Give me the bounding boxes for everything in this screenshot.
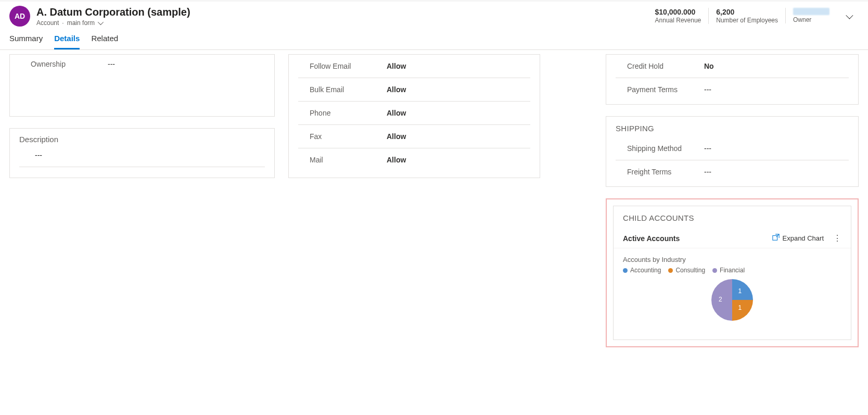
company-info-card: Ownership --- <box>9 54 275 117</box>
stat-value: 6,200 <box>716 8 778 16</box>
billing-card: Credit Hold No Payment Terms --- <box>606 54 859 105</box>
stat-label: Owner <box>793 16 829 23</box>
field-value: Allow <box>387 156 406 164</box>
legend-dot <box>712 268 717 273</box>
field-fax[interactable]: Fax Allow <box>298 125 530 148</box>
field-label: Ownership <box>19 60 108 68</box>
chevron-down-icon <box>98 19 104 25</box>
child-accounts-card: CHILD ACCOUNTS Active Accounts Expand Ch… <box>613 206 851 340</box>
entity-label: Account <box>36 19 59 27</box>
field-label: Shipping Method <box>616 144 704 153</box>
field-label: Credit Hold <box>616 62 704 70</box>
more-menu-button[interactable]: ⋮ <box>833 234 841 243</box>
description-field[interactable]: --- <box>19 147 265 167</box>
field-follow-email[interactable]: Follow Email Allow <box>298 55 530 78</box>
legend-label: Accounting <box>630 267 661 274</box>
pie-slice-label-financial: 2 <box>719 296 722 303</box>
field-value: No <box>704 62 714 70</box>
stat-number-of-employees[interactable]: 6,200 Number of Employees <box>708 8 785 24</box>
field-value: --- <box>108 60 115 68</box>
field-value: --- <box>704 85 711 94</box>
stat-owner[interactable]: Owner <box>785 8 837 23</box>
field-label: Mail <box>298 156 387 164</box>
field-ownership[interactable]: Ownership --- <box>19 55 265 78</box>
form-selector[interactable]: main form <box>67 19 102 27</box>
header-stats: $10,000.000 Annual Revenue 6,200 Number … <box>648 6 837 24</box>
expand-icon <box>772 234 780 243</box>
legend-item-consulting: Consulting <box>668 267 705 274</box>
stat-annual-revenue[interactable]: $10,000.000 Annual Revenue <box>648 8 709 24</box>
header-expand-button[interactable] <box>837 12 859 20</box>
field-label: Freight Terms <box>616 168 704 176</box>
description-title: Description <box>19 135 265 144</box>
description-card: Description --- <box>9 128 275 178</box>
child-accounts-highlight: CHILD ACCOUNTS Active Accounts Expand Ch… <box>606 198 859 347</box>
legend-dot <box>623 268 628 273</box>
legend-label: Financial <box>720 267 745 274</box>
field-value: Allow <box>387 132 406 141</box>
shipping-card: SHIPPING Shipping Method --- Freight Ter… <box>606 116 859 187</box>
shipping-section-title: SHIPPING <box>606 117 858 137</box>
legend-item-accounting: Accounting <box>623 267 661 274</box>
tab-summary[interactable]: Summary <box>9 34 43 49</box>
child-accounts-section-title: CHILD ACCOUNTS <box>614 206 851 227</box>
field-value: Allow <box>387 85 406 94</box>
contact-preferences-card: Follow Email Allow Bulk Email Allow Phon… <box>288 54 540 178</box>
field-value: --- <box>704 168 711 176</box>
owner-value-redacted <box>793 8 829 15</box>
field-value: --- <box>704 144 711 153</box>
field-label: Phone <box>298 109 387 117</box>
field-shipping-method[interactable]: Shipping Method --- <box>616 137 849 160</box>
legend-dot <box>668 268 673 273</box>
field-label: Follow Email <box>298 62 387 70</box>
field-value: Allow <box>387 109 406 117</box>
chart-title: Accounts by Industry <box>623 256 841 263</box>
field-label: Fax <box>298 132 387 141</box>
form-tabs: Summary Details Related <box>0 27 868 50</box>
record-header: AD A. Datum Corporation (sample) Account… <box>0 2 868 27</box>
field-mail[interactable]: Mail Allow <box>298 148 530 171</box>
pie-slice-label-consulting: 1 <box>738 304 742 311</box>
pie-chart[interactable] <box>711 279 753 321</box>
form-label: main form <box>67 19 95 27</box>
pie-slice-label-accounting: 1 <box>738 287 742 295</box>
field-label: Payment Terms <box>616 85 704 94</box>
field-label: Bulk Email <box>298 85 387 94</box>
chart-legend: Accounting Consulting Financial <box>623 267 841 274</box>
field-payment-terms[interactable]: Payment Terms --- <box>616 78 849 101</box>
expand-chart-label: Expand Chart <box>783 234 824 242</box>
field-bulk-email[interactable]: Bulk Email Allow <box>298 78 530 102</box>
chart-area: Accounts by Industry Accounting Consulti… <box>614 248 851 339</box>
svg-rect-0 <box>772 236 777 241</box>
field-freight-terms[interactable]: Freight Terms --- <box>616 160 849 183</box>
legend-item-financial: Financial <box>712 267 745 274</box>
stat-label: Annual Revenue <box>655 17 701 24</box>
avatar: AD <box>9 6 30 27</box>
child-accounts-subtitle: Active Accounts <box>623 234 772 243</box>
tab-related[interactable]: Related <box>91 34 118 49</box>
field-value: Allow <box>387 62 406 70</box>
expand-chart-button[interactable]: Expand Chart <box>772 234 824 243</box>
field-credit-hold[interactable]: Credit Hold No <box>616 55 849 78</box>
stat-value: $10,000.000 <box>655 8 701 16</box>
legend-label: Consulting <box>675 267 705 274</box>
stat-label: Number of Employees <box>716 17 778 24</box>
record-title: A. Datum Corporation (sample) <box>36 6 190 18</box>
tab-details[interactable]: Details <box>54 34 80 49</box>
field-phone[interactable]: Phone Allow <box>298 102 530 125</box>
chevron-down-icon <box>846 12 853 19</box>
